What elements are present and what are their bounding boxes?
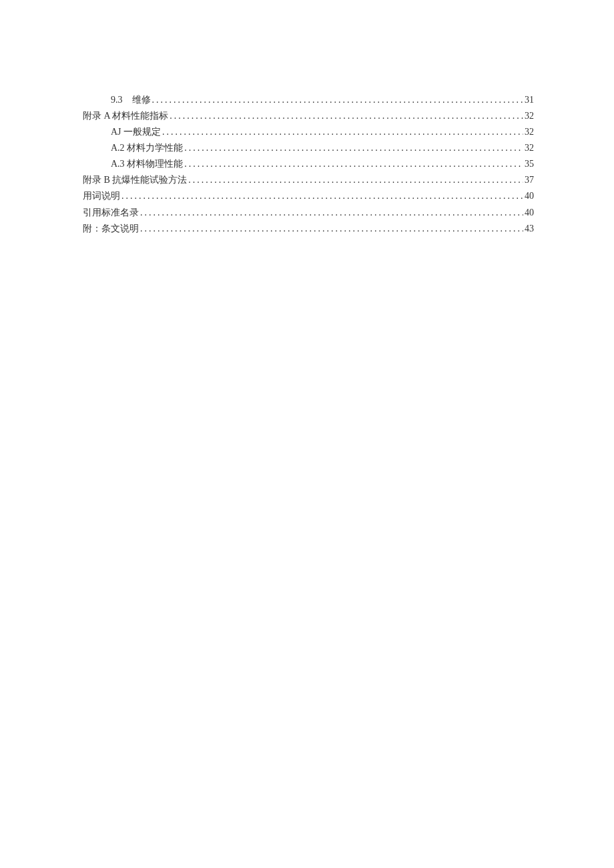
toc-entry: 附录 B 抗爆性能试验方法 37 bbox=[83, 172, 534, 188]
toc-page-number: 40 bbox=[525, 188, 534, 204]
toc-entry: 附：条文说明 43 bbox=[83, 221, 534, 237]
toc-page-number: 43 bbox=[525, 221, 534, 237]
toc-title: 附：条文说明 bbox=[83, 221, 139, 237]
toc-entry: A.2 材料力学性能 32 bbox=[83, 140, 534, 156]
toc-dots bbox=[121, 188, 523, 204]
toc-dots bbox=[140, 221, 523, 237]
toc-title: AJ 一般规定 bbox=[111, 124, 161, 140]
toc-entry: AJ 一般规定 32 bbox=[83, 124, 534, 140]
toc-page: 9.3 维修 31 附录 A 材料性能指标 32 AJ 一般规定 32 A.2 … bbox=[0, 0, 614, 237]
toc-dots bbox=[170, 108, 523, 124]
toc-page-number: 37 bbox=[525, 172, 534, 188]
toc-title: A.3 材料物理性能 bbox=[111, 156, 183, 172]
toc-title: 引用标准名录 bbox=[83, 205, 139, 221]
toc-page-number: 32 bbox=[525, 140, 534, 156]
toc-page-number: 31 bbox=[525, 92, 534, 108]
toc-entry: 引用标准名录 40 bbox=[83, 205, 534, 221]
toc-dots bbox=[184, 140, 523, 156]
toc-page-number: 35 bbox=[525, 156, 534, 172]
toc-entry: 9.3 维修 31 bbox=[83, 92, 534, 108]
toc-entry: 用词说明 40 bbox=[83, 188, 534, 204]
toc-entry: A.3 材料物理性能 35 bbox=[83, 156, 534, 172]
toc-dots bbox=[184, 156, 523, 172]
toc-dots bbox=[152, 92, 524, 108]
toc-title: 用词说明 bbox=[83, 188, 120, 204]
toc-dots bbox=[162, 124, 523, 140]
toc-page-number: 40 bbox=[525, 205, 534, 221]
toc-title: 附录 A 材料性能指标 bbox=[83, 108, 168, 124]
toc-entry: 附录 A 材料性能指标 32 bbox=[83, 108, 534, 124]
toc-dots bbox=[188, 172, 523, 188]
toc-title: A.2 材料力学性能 bbox=[111, 140, 183, 156]
toc-title: 9.3 维修 bbox=[111, 92, 151, 108]
toc-page-number: 32 bbox=[525, 108, 534, 124]
toc-page-number: 32 bbox=[525, 124, 534, 140]
toc-title: 附录 B 抗爆性能试验方法 bbox=[83, 172, 187, 188]
toc-dots bbox=[140, 205, 523, 221]
